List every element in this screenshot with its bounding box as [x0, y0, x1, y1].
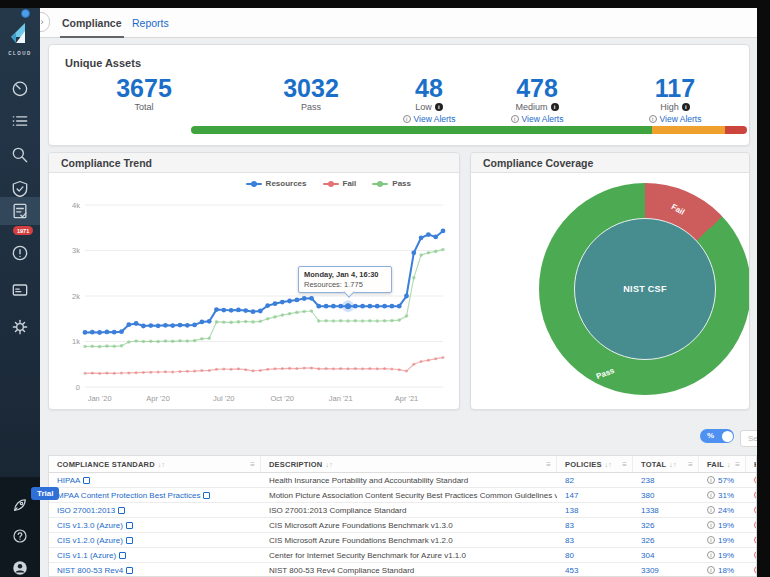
high-cell[interactable]: i — [746, 548, 757, 562]
column-header-policies[interactable]: POLICIES↓↑≡ — [557, 456, 633, 472]
column-menu-icon[interactable]: ≡ — [688, 460, 693, 469]
sidebar-item-help[interactable] — [0, 522, 40, 550]
column-header-total[interactable]: TOTAL↓↑≡ — [633, 456, 699, 472]
standard-link[interactable]: MPAA Content Protection Best Practices — [49, 488, 261, 502]
shield-check-icon — [10, 179, 30, 199]
column-menu-icon[interactable]: ≡ — [546, 460, 551, 469]
percent-info-icon: i — [754, 566, 757, 574]
policies-cell[interactable]: 82 — [557, 473, 633, 487]
legend-item-resources[interactable]: Resources — [246, 179, 307, 188]
sidebar-item-profile[interactable] — [0, 554, 40, 577]
info-icon[interactable]: i — [435, 103, 443, 111]
fail-cell[interactable]: i19% — [699, 518, 746, 532]
tab-reports[interactable]: Reports — [132, 8, 169, 38]
notification-dot — [21, 9, 30, 18]
stat-pass-value: 3032 — [239, 75, 383, 101]
info-icon[interactable]: i — [551, 103, 559, 111]
standard-link[interactable]: NIST 800-53 Rev4 — [49, 563, 261, 577]
fail-cell[interactable]: i19% — [699, 533, 746, 547]
table-row[interactable]: NIST 800-53 Rev4NIST 800-53 Rev4 Complia… — [49, 563, 757, 577]
table-row[interactable]: CIS v1.1 (Azure)Center for Internet Secu… — [49, 548, 757, 563]
info-icon[interactable]: i — [682, 103, 690, 111]
column-header-compliance-standard[interactable]: COMPLIANCE STANDARD↓↑≡ — [49, 456, 261, 472]
column-menu-icon[interactable]: ≡ — [250, 460, 255, 469]
high-cell[interactable]: i — [746, 473, 757, 487]
sort-icon[interactable]: ↓↑ — [669, 461, 676, 468]
policies-cell[interactable]: 138 — [557, 503, 633, 517]
standard-link[interactable]: CIS v1.2.0 (Azure) — [49, 533, 261, 547]
total-cell[interactable]: 1338 — [633, 503, 699, 517]
percent-info-icon: i — [754, 476, 757, 484]
total-cell[interactable]: 380 — [633, 488, 699, 502]
legend-item-pass[interactable]: Pass — [372, 179, 411, 188]
trend-chart[interactable]: 01k2k3k4kJan '20Apr '20Jul '20Oct '20Jan… — [59, 195, 451, 407]
sidebar-item-compliance[interactable] — [0, 197, 40, 225]
sort-icon[interactable]: ↓↑ — [325, 461, 332, 468]
total-cell[interactable]: 304 — [633, 548, 699, 562]
table-row[interactable]: CIS v1.2.0 (Azure)CIS Microsoft Azure Fo… — [49, 533, 757, 548]
sidebar-expand-button[interactable]: › — [40, 12, 50, 32]
view-alerts-low-link[interactable]: iView Alerts — [383, 114, 475, 124]
table-row[interactable]: HIPAAHealth Insurance Portability and Ac… — [49, 473, 757, 488]
table-row[interactable]: CIS v1.3.0 (Azure)CIS Microsoft Azure Fo… — [49, 518, 757, 533]
external-link-icon — [126, 537, 133, 544]
high-cell[interactable]: i — [746, 518, 757, 532]
column-header-high[interactable]: HIGH — [746, 456, 757, 472]
percent-info-icon: i — [754, 551, 757, 559]
fail-cell[interactable]: i18% — [699, 563, 746, 577]
total-cell[interactable]: 326 — [633, 533, 699, 547]
high-cell[interactable]: i — [746, 533, 757, 547]
table-header-row: COMPLIANCE STANDARD↓↑≡DESCRIPTION↓↑≡POLI… — [49, 456, 757, 473]
standard-link[interactable]: HIPAA — [49, 473, 261, 487]
sidebar-item-compute[interactable] — [0, 276, 40, 304]
sort-icon[interactable]: ↓ — [727, 461, 731, 468]
policies-cell[interactable]: 83 — [557, 518, 633, 532]
sort-icon[interactable]: ↓↑ — [605, 461, 612, 468]
alert-info-icon: i — [403, 115, 411, 123]
sidebar-item-investigate[interactable] — [0, 141, 40, 169]
percent-toggle[interactable]: % — [700, 429, 734, 443]
total-cell[interactable]: 3309 — [633, 563, 699, 577]
sidebar-item-dashboard[interactable] — [0, 74, 40, 102]
total-cell[interactable]: 238 — [633, 473, 699, 487]
table-row[interactable]: ISO 27001:2013ISO 27001:2013 Compliance … — [49, 503, 757, 518]
search-input[interactable] — [740, 430, 757, 447]
high-cell[interactable]: i — [746, 563, 757, 577]
legend-item-fail[interactable]: Fail — [323, 179, 357, 188]
tab-compliance[interactable]: Compliance — [62, 8, 122, 38]
policies-cell[interactable]: 147 — [557, 488, 633, 502]
percent-info-icon: i — [707, 566, 715, 574]
fail-cell[interactable]: i31% — [699, 488, 746, 502]
table-row[interactable]: MPAA Content Protection Best PracticesMo… — [49, 488, 757, 503]
donut-center[interactable]: NIST CSF — [574, 218, 716, 360]
sidebar-item-inventory[interactable] — [0, 107, 40, 135]
standard-link[interactable]: CIS v1.3.0 (Azure) — [49, 518, 261, 532]
column-header-fail[interactable]: FAIL↓≡ — [699, 456, 746, 472]
fail-cell[interactable]: i24% — [699, 503, 746, 517]
policies-cell[interactable]: 80 — [557, 548, 633, 562]
stat-medium-label: Medium — [515, 102, 547, 112]
policies-cell[interactable]: 453 — [557, 563, 633, 577]
total-cell[interactable]: 326 — [633, 518, 699, 532]
column-header-description[interactable]: DESCRIPTION↓↑≡ — [261, 456, 557, 472]
standard-link[interactable]: CIS v1.1 (Azure) — [49, 548, 261, 562]
compliance-coverage-card: Compliance Coverage Fail Pass NIST CSF — [470, 152, 750, 410]
fail-cell[interactable]: i19% — [699, 548, 746, 562]
high-cell[interactable]: i — [746, 488, 757, 502]
user-avatar-icon — [11, 559, 29, 577]
percent-info-icon: i — [707, 536, 715, 544]
policies-cell[interactable]: 83 — [557, 533, 633, 547]
sidebar-item-settings[interactable] — [0, 313, 40, 341]
column-menu-icon[interactable]: ≡ — [622, 460, 627, 469]
description-cell: Center for Internet Security Benchmark f… — [261, 548, 557, 562]
view-alerts-high-link[interactable]: iView Alerts — [599, 114, 751, 124]
fail-cell[interactable]: i57% — [699, 473, 746, 487]
column-menu-icon[interactable]: ≡ — [735, 460, 740, 469]
sort-icon[interactable]: ↓↑ — [158, 461, 165, 468]
standard-link[interactable]: ISO 27001:2013 — [49, 503, 261, 517]
brand-logo[interactable]: CLOUD — [0, 20, 40, 56]
sidebar-item-alerts[interactable] — [0, 239, 40, 267]
alert-info-icon: i — [511, 115, 519, 123]
high-cell[interactable]: i — [746, 503, 757, 517]
view-alerts-medium-link[interactable]: iView Alerts — [475, 114, 599, 124]
